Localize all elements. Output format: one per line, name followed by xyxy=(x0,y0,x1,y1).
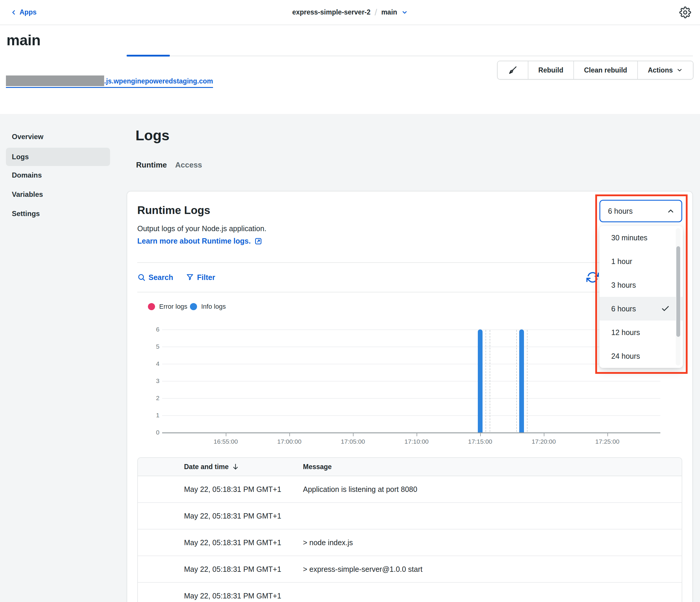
top-bar: Apps express-simple-server-2 / main xyxy=(0,0,700,25)
learn-more-link[interactable]: Learn more about Runtime logs. xyxy=(137,237,262,245)
back-to-apps-link[interactable]: Apps xyxy=(10,0,37,25)
legend-info-logs: Info logs xyxy=(190,303,226,311)
table-row[interactable]: May 22, 05:18:31 PM GMT+1 > node index.j… xyxy=(138,529,682,556)
actions-dropdown-button[interactable]: Actions xyxy=(637,61,693,79)
broom-icon xyxy=(508,65,518,75)
search-button[interactable]: Search xyxy=(137,271,173,284)
x-tick-label: 17:25:00 xyxy=(587,438,628,445)
y-tick-label: 3 xyxy=(134,377,159,384)
x-tick-mark xyxy=(353,433,354,436)
breadcrumb: express-simple-server-2 / main xyxy=(292,0,408,25)
option-30-minutes[interactable]: 30 minutes xyxy=(599,226,683,249)
chart-dashed-guide xyxy=(527,330,527,432)
checkmark-icon xyxy=(661,304,670,313)
chart-y-axis: 0123456 xyxy=(134,326,159,438)
error-logs-dot xyxy=(148,303,155,310)
chart-gridline xyxy=(162,398,660,399)
chart-plot xyxy=(162,330,660,432)
x-tick-mark xyxy=(289,433,290,436)
sidebar-item-logs[interactable]: Logs xyxy=(6,148,110,166)
sidebar-item-variables[interactable]: Variables xyxy=(6,188,110,201)
option-6-hours[interactable]: 6 hours xyxy=(599,297,683,320)
chart-dashed-guide xyxy=(490,330,490,432)
x-tick-mark xyxy=(417,433,417,436)
x-tick-label: 17:00:00 xyxy=(269,438,310,445)
url-redaction-box xyxy=(6,75,104,86)
chart-dashed-guide xyxy=(485,330,486,432)
x-tick-label: 17:05:00 xyxy=(332,438,374,445)
sort-descending-arrow-icon[interactable] xyxy=(232,463,239,471)
legend-error-logs: Error logs xyxy=(148,303,187,311)
tab-runtime[interactable]: Runtime xyxy=(136,161,167,170)
y-tick-label: 6 xyxy=(134,326,159,333)
chart-bar-info-logs[interactable] xyxy=(519,330,524,432)
x-tick-label: 17:15:00 xyxy=(459,438,501,445)
column-date-and-time[interactable]: Date and time xyxy=(184,463,229,471)
card-title: Runtime Logs xyxy=(137,204,210,217)
time-range-selected-value: 6 hours xyxy=(608,207,632,215)
breadcrumb-divider: / xyxy=(375,7,377,18)
environment-actions-button-group: Rebuild Clean rebuild Actions xyxy=(497,61,694,80)
breadcrumb-environment[interactable]: main xyxy=(381,8,397,16)
settings-gear-icon[interactable] xyxy=(679,6,691,18)
table-header-row: Date and time Message xyxy=(138,458,682,476)
breadcrumb-app-name[interactable]: express-simple-server-2 xyxy=(292,8,371,16)
sidebar-item-domains[interactable]: Domains xyxy=(6,169,110,182)
table-row[interactable]: May 22, 05:18:31 PM GMT+1 xyxy=(138,503,682,529)
rebuild-button[interactable]: Rebuild xyxy=(528,61,573,79)
log-table: Date and time Message May 22, 05:18:31 P… xyxy=(137,457,682,602)
x-tick-label: 17:10:00 xyxy=(396,438,437,445)
refresh-icon[interactable] xyxy=(586,271,599,284)
environment-url-link[interactable]: .js.wpenginepoweredstaging.com xyxy=(6,75,213,88)
sidebar-item-settings[interactable]: Settings xyxy=(6,207,110,220)
card-description: Output logs of your Node.js application. xyxy=(137,224,266,233)
chevron-up-icon xyxy=(667,207,675,215)
chart-gridline xyxy=(162,346,660,347)
time-range-select[interactable]: 6 hours xyxy=(599,200,682,222)
actions-label: Actions xyxy=(648,66,673,74)
chart-gridline xyxy=(162,381,660,382)
option-1-hour[interactable]: 1 hour xyxy=(599,249,683,273)
broom-button[interactable] xyxy=(498,61,528,79)
chart-x-axis: 16:55:0017:00:0017:05:0017:10:0017:15:00… xyxy=(162,433,660,451)
chevron-down-icon xyxy=(676,67,683,73)
x-tick-mark xyxy=(480,433,481,436)
y-tick-label: 2 xyxy=(134,394,159,402)
sidebar-item-overview[interactable]: Overview xyxy=(6,130,110,143)
y-tick-label: 5 xyxy=(134,343,159,350)
dropdown-scrollbar-thumb[interactable] xyxy=(676,246,680,337)
environment-title: main xyxy=(6,32,41,49)
table-row[interactable]: May 22, 05:18:31 PM GMT+1 Application is… xyxy=(138,476,682,503)
table-row[interactable]: May 22, 05:18:31 PM GMT+1 xyxy=(138,583,682,602)
chart-gridline xyxy=(162,364,660,364)
active-tab-indicator xyxy=(127,55,170,56)
url-visible-text: .js.wpenginepoweredstaging.com xyxy=(104,76,213,86)
x-tick-mark xyxy=(544,433,544,436)
filter-button[interactable]: Filter xyxy=(186,271,215,284)
search-icon xyxy=(137,273,146,282)
option-12-hours[interactable]: 12 hours xyxy=(599,320,683,344)
chart-dashed-guide xyxy=(516,330,517,432)
y-tick-label: 4 xyxy=(134,360,159,367)
x-tick-mark xyxy=(226,433,226,436)
filter-funnel-icon xyxy=(186,273,194,282)
option-3-hours[interactable]: 3 hours xyxy=(599,273,683,297)
clean-rebuild-button[interactable]: Clean rebuild xyxy=(573,61,637,79)
page-title: Logs xyxy=(135,127,170,144)
option-24-hours[interactable]: 24 hours xyxy=(599,344,683,368)
y-tick-label: 0 xyxy=(134,429,159,436)
chevron-down-icon[interactable] xyxy=(401,9,408,16)
table-row[interactable]: May 22, 05:18:31 PM GMT+1 > express-simp… xyxy=(138,556,682,583)
chart-bar-info-logs[interactable] xyxy=(478,330,482,432)
x-tick-mark xyxy=(607,433,608,436)
column-message[interactable]: Message xyxy=(303,463,332,471)
back-label: Apps xyxy=(20,8,37,16)
x-tick-label: 16:55:00 xyxy=(205,438,246,445)
tab-access[interactable]: Access xyxy=(175,161,202,170)
x-tick-label: 17:20:00 xyxy=(523,438,565,445)
chevron-left-icon xyxy=(10,9,17,16)
chart-gridline xyxy=(162,330,660,330)
y-tick-label: 1 xyxy=(134,412,159,419)
environment-header: main .js.wpenginepoweredstaging.com Rebu… xyxy=(0,25,700,114)
tabs-divider xyxy=(127,56,693,56)
